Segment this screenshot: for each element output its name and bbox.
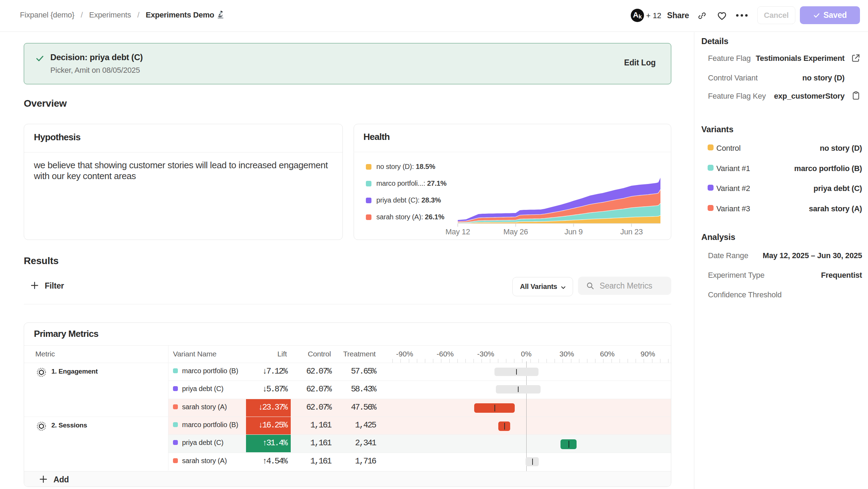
svg-text:Jun 23: Jun 23 bbox=[620, 227, 643, 236]
svg-text:May 26: May 26 bbox=[504, 227, 528, 236]
svg-text:May 12: May 12 bbox=[446, 227, 470, 236]
svg-text:Jun 9: Jun 9 bbox=[564, 227, 583, 236]
